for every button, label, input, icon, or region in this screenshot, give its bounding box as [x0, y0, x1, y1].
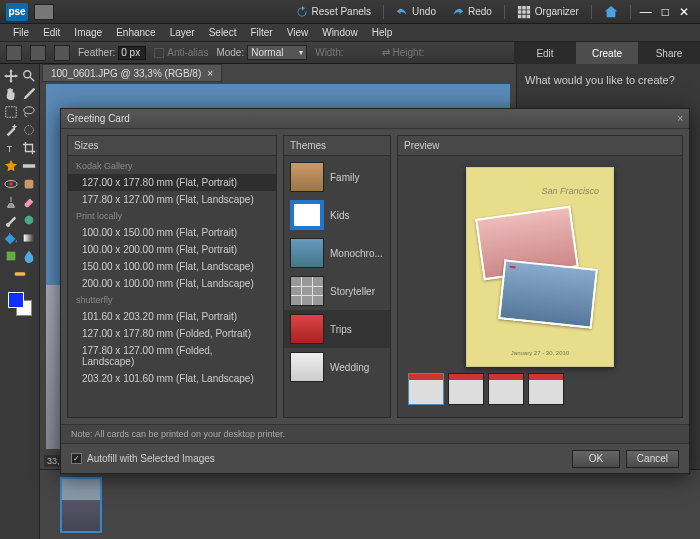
close-button[interactable]: ✕ — [674, 5, 694, 19]
type-tool[interactable]: T — [3, 140, 19, 156]
sizes-column: Sizes Kodak Gallery 127.00 x 177.80 mm (… — [67, 135, 277, 418]
size-option[interactable]: 200.00 x 100.00 mm (Flat, Landscape) — [68, 275, 276, 292]
menu-help[interactable]: Help — [365, 27, 400, 38]
crop-tool[interactable] — [21, 140, 37, 156]
size-group: Print locally — [68, 208, 276, 224]
swap-icon[interactable]: ⇄ — [382, 47, 390, 58]
selection-new-icon[interactable] — [30, 45, 46, 61]
eraser-tool[interactable] — [21, 194, 37, 210]
feather-input[interactable]: 0 px — [118, 46, 146, 60]
menu-edit[interactable]: Edit — [36, 27, 67, 38]
ok-button[interactable]: OK — [572, 450, 620, 468]
svg-rect-1 — [5, 107, 16, 118]
move-tool[interactable] — [3, 68, 19, 84]
svg-rect-12 — [14, 272, 25, 276]
themes-list[interactable]: Family Kids Monochro... Storyteller Trip… — [284, 156, 390, 417]
size-option[interactable]: 150.00 x 100.00 mm (Flat, Landscape) — [68, 258, 276, 275]
size-option[interactable]: 100.00 x 150.00 mm (Flat, Portrait) — [68, 224, 276, 241]
spot-heal-tool[interactable] — [21, 176, 37, 192]
home-button[interactable] — [596, 3, 626, 21]
marquee-tool[interactable] — [3, 104, 19, 120]
maximize-button[interactable]: □ — [657, 5, 674, 19]
size-option[interactable]: 177.80 x 127.00 mm (Flat, Landscape) — [68, 191, 276, 208]
size-option[interactable]: 177.80 x 127.00 mm (Folded, Landscape) — [68, 342, 276, 370]
menu-image[interactable]: Image — [67, 27, 109, 38]
variant-thumb[interactable] — [408, 373, 444, 405]
bin-thumbnail[interactable] — [60, 477, 102, 533]
zoom-tool[interactable] — [21, 68, 37, 84]
dialog-close-icon[interactable]: × — [677, 113, 683, 124]
card-preview[interactable]: San Francisco January 27 - 30, 2010 — [466, 167, 614, 367]
size-option[interactable]: 127.00 x 177.80 mm (Folded, Portrait) — [68, 325, 276, 342]
undo-icon — [396, 6, 408, 18]
blur-tool[interactable] — [21, 248, 37, 264]
undo-button[interactable]: Undo — [388, 4, 444, 20]
cookie-cutter-tool[interactable] — [3, 158, 19, 174]
theme-option[interactable]: Monochro... — [284, 234, 390, 272]
variant-thumb[interactable] — [448, 373, 484, 405]
grid-icon — [517, 5, 531, 19]
size-option[interactable]: 101.60 x 203.20 mm (Flat, Portrait) — [68, 308, 276, 325]
redo-button[interactable]: Redo — [444, 4, 500, 20]
refresh-icon — [296, 6, 308, 18]
variant-thumb[interactable] — [528, 373, 564, 405]
hand-tool[interactable] — [3, 86, 19, 102]
menu-file[interactable]: File — [6, 27, 36, 38]
wand-tool[interactable] — [3, 122, 19, 138]
tab-share[interactable]: Share — [638, 42, 700, 64]
gradient-tool[interactable] — [21, 230, 37, 246]
dialog-titlebar[interactable]: Greeting Card × — [61, 109, 689, 129]
lasso-tool[interactable] — [21, 104, 37, 120]
size-option[interactable]: 127.00 x 177.80 mm (Flat, Portrait) — [68, 174, 276, 191]
selection-add-icon[interactable] — [54, 45, 70, 61]
cancel-button[interactable]: Cancel — [626, 450, 679, 468]
organizer-button[interactable]: Organizer — [509, 3, 587, 21]
document-close-icon[interactable]: × — [207, 68, 213, 79]
theme-option[interactable]: Wedding — [284, 348, 390, 386]
reset-panels-button[interactable]: Reset Panels — [288, 4, 379, 20]
menu-view[interactable]: View — [280, 27, 316, 38]
size-option[interactable]: 203.20 x 101.60 mm (Flat, Landscape) — [68, 370, 276, 387]
variant-thumb[interactable] — [488, 373, 524, 405]
tab-edit[interactable]: Edit — [514, 42, 576, 64]
sponge-tool[interactable] — [3, 266, 37, 282]
brush-tool[interactable] — [3, 212, 19, 228]
redeye-tool[interactable] — [3, 176, 19, 192]
dialog-footer: Autofill with Selected Images OK Cancel — [61, 443, 689, 473]
selection-brush-tool[interactable] — [21, 122, 37, 138]
menu-layer[interactable]: Layer — [163, 27, 202, 38]
antialias-checkbox[interactable] — [154, 48, 164, 58]
theme-option[interactable]: Storyteller — [284, 272, 390, 310]
straighten-tool[interactable] — [21, 158, 37, 174]
fg-color[interactable] — [8, 292, 24, 308]
menu-enhance[interactable]: Enhance — [109, 27, 162, 38]
bucket-tool[interactable] — [3, 230, 19, 246]
theme-thumb — [290, 200, 324, 230]
logo: pse — [6, 3, 28, 21]
mode-label: Mode: — [216, 47, 244, 58]
document-tab[interactable]: 100_0601.JPG @ 33,3% (RGB/8) × — [42, 64, 222, 82]
mode-select[interactable]: Normal — [247, 45, 307, 60]
width-label: Width: — [315, 47, 343, 58]
menu-window[interactable]: Window — [315, 27, 365, 38]
menu-filter[interactable]: Filter — [243, 27, 279, 38]
tab-create[interactable]: Create — [576, 42, 638, 64]
menu-select[interactable]: Select — [202, 27, 244, 38]
tool-preset-icon[interactable] — [6, 45, 22, 61]
theme-label: Kids — [330, 210, 384, 221]
autofill-checkbox[interactable] — [71, 453, 82, 464]
shape-tool[interactable] — [3, 248, 19, 264]
color-swatch[interactable] — [8, 292, 32, 316]
size-option[interactable]: 100.00 x 200.00 mm (Flat, Portrait) — [68, 241, 276, 258]
clone-tool[interactable] — [3, 194, 19, 210]
theme-option[interactable]: Kids — [284, 196, 390, 234]
workspace-picker[interactable] — [34, 4, 54, 20]
smart-brush-tool[interactable] — [21, 212, 37, 228]
theme-option[interactable]: Trips — [284, 310, 390, 348]
eyedropper-tool[interactable] — [21, 86, 37, 102]
minimize-button[interactable]: — — [635, 5, 657, 19]
titlebar: pse Reset Panels Undo Redo Organizer — □… — [0, 0, 700, 24]
height-label: Height: — [393, 47, 425, 58]
theme-option[interactable]: Family — [284, 158, 390, 196]
sizes-list[interactable]: Kodak Gallery 127.00 x 177.80 mm (Flat, … — [68, 156, 276, 417]
